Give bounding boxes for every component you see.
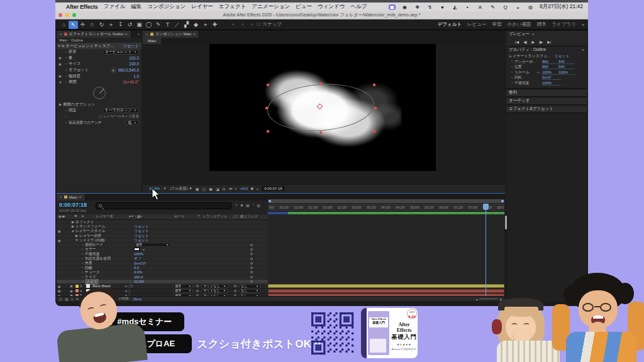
first-frame-button[interactable]: |◀ xyxy=(515,40,519,44)
resize-layer-checkbox[interactable]: ☐ xyxy=(99,114,102,119)
mode-dropdown[interactable]: 通常▼ xyxy=(173,284,193,288)
next-frame-button[interactable]: |▶ xyxy=(539,40,543,44)
snapshot-icon[interactable]: ◙ xyxy=(251,187,253,190)
panel-menu-icon[interactable]: ≡ xyxy=(532,32,535,36)
pick-whip-icon[interactable] xyxy=(250,262,253,265)
scrollbar-thumb[interactable] xyxy=(505,216,507,229)
navigator-end-handle[interactable] xyxy=(501,200,504,202)
effects-presets-panel-tab[interactable]: エフェクト&プリセット xyxy=(506,106,587,113)
pick-whip-icon[interactable] xyxy=(250,244,253,246)
playhead-handle[interactable] xyxy=(483,204,489,210)
preview-panel-title[interactable]: プレビュー xyxy=(509,31,530,37)
pick-whip-icon[interactable] xyxy=(250,266,253,269)
magnification-dropdown-icon[interactable]: ▼ xyxy=(163,187,167,190)
menu-layer[interactable]: レイヤー xyxy=(191,3,213,11)
mask-handle[interactable] xyxy=(319,82,322,85)
pen-tool-icon[interactable]: ✎ xyxy=(153,21,163,29)
panel-menu-icon[interactable]: ≡ xyxy=(79,195,82,199)
type-tool-icon[interactable]: T xyxy=(163,21,172,29)
channels-icon[interactable]: ●●● xyxy=(229,187,232,190)
zoom-tool-icon[interactable]: ○ xyxy=(87,21,97,29)
align-panel-tab[interactable]: 整列 xyxy=(506,90,587,97)
property-row-selected[interactable]: ◔ノイズ10.0% xyxy=(57,280,268,284)
evolution-dial[interactable] xyxy=(57,85,142,102)
navigator-start-handle[interactable] xyxy=(269,200,271,202)
transform-group-label[interactable]: レイヤートランスフォ... xyxy=(509,53,550,59)
size-value[interactable]: 100.0 xyxy=(129,62,139,66)
comp-timecode[interactable]: 0:00:07:18 xyxy=(262,186,284,191)
dolly-camera-tool-icon[interactable]: ↧ xyxy=(116,21,125,29)
mask-handle[interactable] xyxy=(374,107,377,109)
effect-header-row[interactable]: ▼ fx タービュレントディスプレイス リセット xyxy=(57,43,142,49)
parent-pick-whip-icon[interactable] xyxy=(234,285,236,287)
stopwatch-icon[interactable]: ◔ xyxy=(63,121,69,124)
exposure-value[interactable]: +0.0 xyxy=(240,187,248,190)
position-x-value[interactable]: 960 xyxy=(542,65,558,69)
home-tool-icon[interactable]: ⌂ xyxy=(59,21,69,29)
time-ruler[interactable]: :00f00:15f01:00f01:15f02:00f02:15f03:00f… xyxy=(268,204,504,212)
stopwatch-icon[interactable]: ◔ xyxy=(509,65,514,69)
status-icon[interactable]: ● xyxy=(439,4,446,10)
workspace-learn[interactable]: 学習 xyxy=(492,21,502,28)
workspace-default[interactable]: デフォルト xyxy=(438,21,462,28)
stopwatch-icon[interactable]: ◔ xyxy=(63,109,69,112)
parent-column[interactable]: 親とリンク xyxy=(240,214,258,219)
previous-frame-button[interactable]: ◀| xyxy=(523,40,527,44)
menu-help[interactable]: ヘルプ xyxy=(350,3,367,11)
offset-value[interactable]: 960.0,540.0 xyxy=(118,68,139,72)
displacement-dropdown[interactable]: タービュレント▼ xyxy=(103,50,139,55)
amount-value[interactable]: 100.0 xyxy=(129,56,139,60)
viewer-comp-tab[interactable]: Main xyxy=(143,38,161,44)
twirl-right-icon[interactable]: ▶ xyxy=(58,74,63,78)
twirl-down-icon[interactable]: ▼ xyxy=(58,80,63,84)
timeline-search-input[interactable] xyxy=(96,202,231,209)
stopwatch-icon[interactable]: ◔ xyxy=(63,80,69,84)
twirl-right-icon[interactable]: ▶ xyxy=(58,62,63,66)
mask-visibility-icon[interactable]: ◱ xyxy=(203,187,206,191)
stopwatch-icon[interactable]: ◔ xyxy=(63,69,69,72)
position-y-value[interactable]: 540 xyxy=(558,65,575,69)
complexity-value[interactable]: 1.0 xyxy=(133,74,139,79)
parent-pick-whip-icon[interactable] xyxy=(234,290,236,292)
eyedropper-icon[interactable]: ➜ xyxy=(142,248,145,251)
rotation-value[interactable]: 0x+0° xyxy=(542,75,561,80)
workspace-small-screen[interactable]: 小さい画面 xyxy=(508,21,531,28)
track-matte-dropdown[interactable]: マットなし▼ xyxy=(201,284,228,288)
pick-whip-icon[interactable] xyxy=(250,258,253,260)
close-tab-icon[interactable]: × xyxy=(60,32,62,36)
mask-handle[interactable] xyxy=(267,130,269,133)
menu-edit[interactable]: 編集 xyxy=(131,3,142,11)
pick-whip-icon[interactable] xyxy=(250,253,253,255)
eraser-tool-icon[interactable]: ◆ xyxy=(191,21,201,29)
stopwatch-icon[interactable]: ◔ xyxy=(509,81,514,85)
close-tab-icon[interactable]: × xyxy=(60,195,62,199)
exposure-gear-icon[interactable]: ◐ xyxy=(235,187,237,190)
status-icon[interactable]: ✎ xyxy=(489,4,496,10)
show-snapshot-icon[interactable]: ⌁ xyxy=(257,187,259,191)
composition-mini-flowchart-icon[interactable]: ◖ xyxy=(235,203,238,207)
color-swatch[interactable] xyxy=(134,248,140,251)
comp-viewer[interactable] xyxy=(143,44,505,184)
menu-animation[interactable]: アニメーション xyxy=(252,3,290,11)
resolution-dropdown[interactable]: (フル画質) ▼ xyxy=(170,186,192,192)
hide-shy-layers-icon[interactable]: ▤ xyxy=(246,203,250,207)
menu-composition[interactable]: コンポジション xyxy=(147,3,186,11)
pan-camera-tool-icon[interactable]: ＋ xyxy=(106,21,116,29)
layer-bar-back-black[interactable] xyxy=(268,284,504,288)
link-scale-icon[interactable]: ∞ xyxy=(537,70,542,74)
matte-pick-whip-icon[interactable] xyxy=(196,285,199,287)
hand-tool-icon[interactable]: ✛ xyxy=(78,21,87,29)
status-icon-active[interactable]: ▣ xyxy=(389,4,396,10)
mask-handle[interactable] xyxy=(319,131,322,134)
stopwatch-icon[interactable]: ◔ xyxy=(509,60,514,63)
mask-handle[interactable] xyxy=(373,130,375,133)
snap-checkbox[interactable]: ☐ xyxy=(257,22,260,27)
group-row[interactable]: ▶ 展開のオプション xyxy=(57,102,142,108)
close-tab-icon[interactable]: × xyxy=(146,32,148,36)
snap-label[interactable]: スナップ xyxy=(262,21,282,28)
pick-whip-icon[interactable] xyxy=(250,276,253,278)
panel-menu-icon[interactable]: ≡ xyxy=(125,32,128,36)
mask-handle[interactable] xyxy=(373,84,375,86)
twirl-right-icon[interactable]: ▶ xyxy=(58,102,63,106)
evolution-value[interactable]: 2x+40.0° xyxy=(123,80,139,84)
